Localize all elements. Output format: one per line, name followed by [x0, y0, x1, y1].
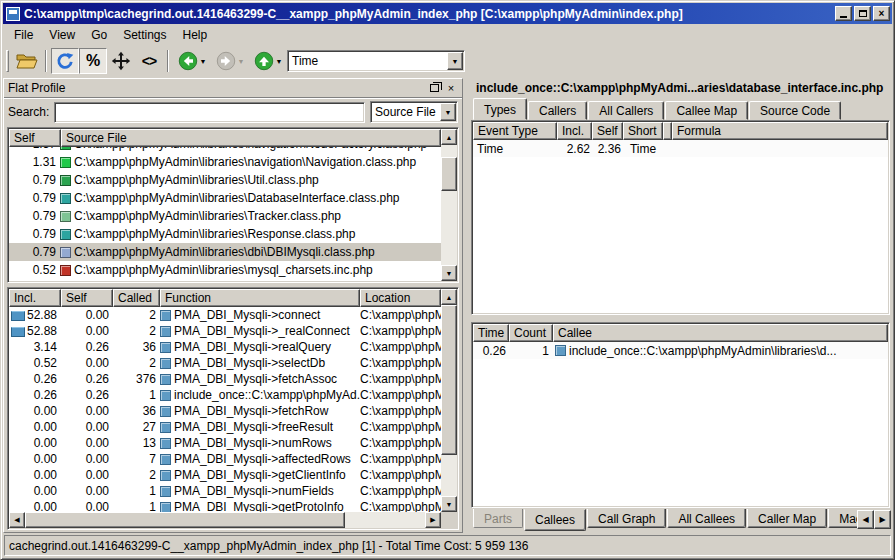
column-header-self[interactable]: Self — [61, 289, 113, 307]
titlebar[interactable]: C:\xampp\tmp\cachegrind.out.1416463299-C… — [3, 3, 892, 24]
tab-parts: Parts — [473, 509, 523, 528]
scroll-up-icon[interactable]: ▲ — [441, 129, 457, 145]
file-cost-icon — [60, 211, 71, 222]
function-row[interactable]: 0.00 0.00 1 PMA_DBI_Mysqli->getProtoInfo… — [9, 499, 441, 512]
scrollbar-thumb[interactable] — [441, 157, 457, 191]
close-button[interactable]: × — [873, 6, 890, 21]
source-list-vscrollbar[interactable]: ▲ ▼ — [441, 129, 457, 281]
column-header-time[interactable]: Time — [473, 324, 509, 342]
tab-scrollers: ◀ ▶ — [857, 510, 891, 529]
toolbar: % <> ▼ — [3, 46, 892, 77]
tab-source-code[interactable]: Source Code — [749, 101, 841, 120]
maximize-button[interactable] — [854, 6, 871, 21]
column-header-source-file[interactable]: Source File — [61, 129, 441, 147]
function-row[interactable]: 0.00 0.00 13 PMA_DBI_Mysqli->numRows C:\… — [9, 435, 441, 451]
source-file-row[interactable]: 0.52 C:\xampp\phpMyAdmin\libraries\user_… — [9, 279, 441, 281]
column-header-callee[interactable]: Callee — [553, 324, 888, 342]
column-header-location[interactable]: Location — [360, 289, 441, 307]
function-row[interactable]: 0.00 0.00 27 PMA_DBI_Mysqli->freeResult … — [9, 419, 441, 435]
column-header-count[interactable]: Count — [509, 324, 553, 342]
tab-scroll-left-icon[interactable]: ◀ — [857, 510, 874, 529]
combo-dropdown-icon[interactable]: ▼ — [447, 52, 463, 70]
dock-float-button[interactable] — [427, 81, 441, 95]
function-table-hscrollbar[interactable]: ◀ ▶ — [9, 512, 441, 528]
menu-go[interactable]: Go — [84, 26, 114, 44]
scrollbar-thumb[interactable] — [25, 512, 345, 528]
function-icon — [555, 345, 566, 356]
cycle-detection-button[interactable] — [51, 48, 79, 74]
horizontal-splitter[interactable] — [470, 315, 891, 322]
group-by-combobox[interactable]: Source File ▼ — [370, 101, 458, 123]
column-header-incl[interactable]: Incl. — [9, 289, 61, 307]
menu-settings[interactable]: Settings — [116, 26, 173, 44]
menu-file[interactable]: File — [7, 26, 40, 44]
back-button[interactable]: ▼ — [173, 48, 211, 74]
tab-caller-map[interactable]: Caller Map — [747, 509, 827, 528]
dock-close-button[interactable]: × — [444, 81, 458, 95]
tab-callees[interactable]: Callees — [524, 509, 586, 531]
tab-all-callees[interactable]: All Callees — [667, 509, 746, 528]
open-file-button[interactable] — [13, 48, 41, 74]
column-header-incl[interactable]: Incl. — [557, 122, 592, 140]
function-row[interactable]: 0.52 0.00 2 PMA_DBI_Mysqli->selectDb C:\… — [9, 355, 441, 371]
vertical-splitter[interactable] — [463, 78, 470, 533]
up-dropdown-caret[interactable]: ▼ — [276, 58, 283, 65]
function-row[interactable]: 0.00 0.00 1 PMA_DBI_Mysqli->numFields C:… — [9, 483, 441, 499]
column-header-short[interactable]: Short — [623, 122, 663, 140]
column-header-event-type[interactable]: Event Type — [473, 122, 557, 140]
back-dropdown-caret[interactable]: ▼ — [200, 58, 207, 65]
tab-callee-map[interactable]: Callee Map — [665, 101, 748, 120]
function-row[interactable]: 3.14 0.26 36 PMA_DBI_Mysqli->realQuery C… — [9, 339, 441, 355]
up-button[interactable]: ▼ — [249, 48, 287, 74]
source-file-row[interactable]: 0.79 C:\xampp\phpMyAdmin\libraries\Datab… — [9, 189, 441, 207]
scrollbar-thumb[interactable] — [441, 305, 457, 455]
function-row[interactable]: 52.88 0.00 2 PMA_DBI_Mysqli->_realConnec… — [9, 323, 441, 339]
source-file-row-selected[interactable]: 0.79 C:\xampp\phpMyAdmin\libraries\dbi\D… — [9, 243, 441, 261]
scroll-left-icon[interactable]: ◀ — [9, 512, 25, 528]
function-row[interactable]: 0.00 0.00 7 PMA_DBI_Mysqli->affectedRows… — [9, 451, 441, 467]
tab-all-callers[interactable]: All Callers — [588, 101, 664, 120]
function-row[interactable]: 0.26 0.26 1 include_once::C:\xampp\phpMy… — [9, 387, 441, 403]
column-header-self[interactable]: Self — [9, 129, 61, 147]
menu-help[interactable]: Help — [176, 26, 215, 44]
menu-view[interactable]: View — [42, 26, 82, 44]
function-row[interactable]: 0.00 0.00 36 PMA_DBI_Mysqli->fetchRow C:… — [9, 403, 441, 419]
toolbar-handle[interactable] — [6, 50, 9, 72]
function-table-vscrollbar[interactable]: ▲ ▼ — [441, 289, 457, 512]
scroll-down-icon[interactable]: ▼ — [441, 496, 457, 512]
column-header-self[interactable]: Self — [592, 122, 623, 140]
event-type-combobox[interactable]: Time ▼ — [287, 50, 465, 72]
scroll-up-icon[interactable]: ▲ — [441, 289, 457, 305]
callee-row[interactable]: 0.26 1 include_once::C:\xampp\phpMyAdmin… — [473, 342, 888, 359]
source-file-row[interactable]: 0.79 C:\xampp\phpMyAdmin\libraries\Track… — [9, 207, 441, 225]
source-file-row[interactable]: 0.79 C:\xampp\phpMyAdmin\libraries\Util.… — [9, 171, 441, 189]
minimize-button[interactable] — [835, 6, 852, 21]
shorten-templates-button[interactable]: <> — [135, 48, 163, 74]
function-table: Incl. Self Called Function Location 52.8… — [7, 287, 459, 530]
search-input[interactable] — [54, 102, 365, 123]
source-file-row[interactable]: 1.31 C:\xampp\phpMyAdmin\libraries\navig… — [9, 153, 441, 171]
forward-button[interactable]: ▼ — [211, 48, 249, 74]
relative-to-parent-button[interactable] — [107, 48, 135, 74]
column-header-formula[interactable]: Formula — [672, 122, 888, 140]
combo-dropdown-icon[interactable]: ▼ — [440, 103, 456, 121]
search-row: Search: Source File ▼ — [4, 98, 462, 126]
function-row[interactable]: 52.88 0.00 2 PMA_DBI_Mysqli->connect C:\… — [9, 307, 441, 323]
column-header-function[interactable]: Function — [160, 289, 360, 307]
function-row[interactable]: 0.26 0.26 376 PMA_DBI_Mysqli->fetchAssoc… — [9, 371, 441, 387]
scroll-down-icon[interactable]: ▼ — [441, 265, 457, 281]
tab-types[interactable]: Types — [473, 98, 527, 120]
source-file-row[interactable]: 0.52 C:\xampp\phpMyAdmin\libraries\mysql… — [9, 261, 441, 279]
column-header-spacer[interactable] — [663, 122, 672, 140]
source-file-row[interactable]: 0.79 C:\xampp\phpMyAdmin\libraries\Respo… — [9, 225, 441, 243]
search-label: Search: — [8, 105, 49, 119]
event-type-row[interactable]: Time 2.62 2.36 Time — [473, 140, 888, 157]
function-row[interactable]: 0.00 0.00 2 PMA_DBI_Mysqli->getClientInf… — [9, 467, 441, 483]
tab-call-graph[interactable]: Call Graph — [587, 509, 666, 528]
relative-percent-button[interactable]: % — [79, 48, 107, 74]
scroll-right-icon[interactable]: ▶ — [425, 512, 441, 528]
tab-scroll-right-icon[interactable]: ▶ — [874, 510, 891, 529]
flat-profile-titlebar[interactable]: Flat Profile × — [4, 79, 462, 98]
tab-callers[interactable]: Callers — [528, 101, 587, 120]
column-header-called[interactable]: Called — [113, 289, 160, 307]
